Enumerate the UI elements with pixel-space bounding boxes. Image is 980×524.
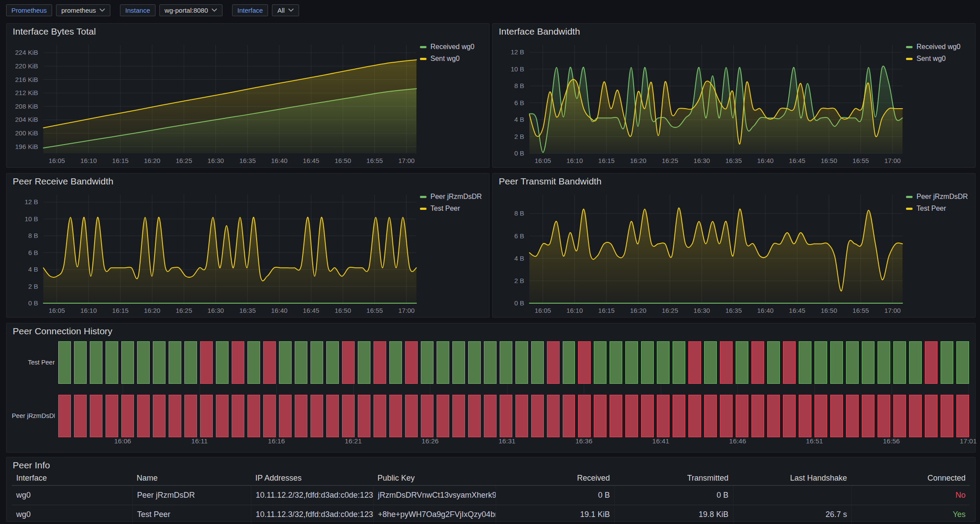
- column-header-interface[interactable]: Interface: [12, 471, 132, 485]
- state-cell-disconnected: [106, 395, 118, 437]
- legend-label: Peer jRzmDsDR: [430, 193, 482, 201]
- cell-last-handshake: 26.7 s: [733, 505, 852, 524]
- x-axis-label: 16:45: [303, 157, 320, 164]
- cell-public-key: +8he+pyWH7Oa9g2FVjIxQzy04brLX+D: [373, 505, 496, 524]
- state-cell-disconnected: [941, 395, 953, 437]
- timeline-plot: 16:0616:1116:1616:2116:2616:3116:3616:41…: [58, 323, 969, 452]
- legend-item-sent-wg0[interactable]: Sent wg0: [906, 55, 975, 63]
- state-cell-connected: [295, 341, 307, 384]
- variable-group-instance: Instancewg-portal:8080: [120, 4, 222, 16]
- chart-canvas[interactable]: 8 B6 B4 B2 B0 B16:0516:1016:1516:2016:25…: [493, 189, 906, 316]
- state-cell-connected: [625, 341, 638, 384]
- state-cell-disconnected: [437, 395, 449, 437]
- y-axis-label: 8 B: [28, 232, 38, 239]
- x-axis-label: 16:45: [789, 307, 806, 314]
- timeline-axis-label: 16:16: [268, 437, 285, 445]
- state-cell-connected: [310, 341, 323, 384]
- var-picker-instance[interactable]: wg-portal:8080: [159, 4, 222, 16]
- state-cell-disconnected: [515, 395, 528, 437]
- state-cell-connected: [657, 341, 670, 384]
- state-cell-connected: [563, 341, 575, 384]
- state-cell-disconnected: [263, 395, 276, 437]
- interface-bytes-total-chart[interactable]: 224 KiB220 KiB216 KiB212 KiB208 KiB204 K…: [7, 39, 420, 166]
- legend-item-peer-jrzmdsdr[interactable]: Peer jRzmDsDR: [906, 193, 975, 201]
- state-cell-connected: [830, 341, 843, 384]
- series-color-swatch: [906, 58, 913, 60]
- state-cell-disconnected: [74, 395, 87, 437]
- state-cell-disconnected: [326, 395, 339, 437]
- y-axis-label: 2 B: [514, 277, 524, 284]
- legend-item-test-peer[interactable]: Test Peer: [420, 205, 489, 212]
- panel-title-peer-info[interactable]: Peer Info: [7, 457, 975, 472]
- state-cell-connected: [799, 341, 811, 384]
- x-axis-label: 16:40: [757, 307, 774, 314]
- x-axis-label: 16:55: [853, 307, 869, 314]
- x-axis-label: 17:00: [884, 307, 901, 314]
- panel-title-interface-bytes-total[interactable]: Interface Bytes Total: [7, 24, 489, 39]
- panel-title-interface-bandwidth[interactable]: Interface Bandwidth: [493, 24, 975, 39]
- y-axis-label: 220 KiB: [15, 62, 38, 70]
- panel-title-peer-receive-bandwidth[interactable]: Peer Receive Bandwidth: [7, 173, 489, 188]
- cell-name: Test Peer: [132, 505, 251, 524]
- panel-peer-info: Peer Info InterfaceNameIP AddressesPubli…: [6, 457, 976, 522]
- state-timeline[interactable]: 16:0616:1116:1616:2116:2616:3116:3616:41…: [12, 323, 970, 452]
- x-axis-label: 16:35: [725, 307, 742, 314]
- x-axis-label: 16:30: [208, 307, 224, 314]
- var-value-text: All: [277, 7, 285, 14]
- variable-group-prometheus: Prometheusprometheus: [6, 4, 110, 16]
- legend-item-received-wg0[interactable]: Received wg0: [906, 43, 975, 51]
- state-cell-disconnected: [90, 395, 102, 437]
- peer-receive-bandwidth-chart[interactable]: 12 B10 B8 B6 B4 B2 B0 B16:0516:1016:1516…: [7, 189, 420, 316]
- cell-name: Peer jRzmDsDR: [132, 485, 251, 505]
- timeline-row-peer-jrzmdsdr: [58, 395, 969, 437]
- column-header-transmitted[interactable]: Transmitted: [614, 471, 733, 485]
- state-cell-connected: [956, 341, 969, 384]
- panel-title-peer-transmit-bandwidth[interactable]: Peer Transmit Bandwidth: [493, 173, 975, 188]
- interface-bandwidth-chart[interactable]: 12 B10 B8 B6 B4 B2 B0 B16:0516:1016:1516…: [493, 39, 906, 166]
- var-picker-interface[interactable]: All: [272, 4, 299, 16]
- state-cell-disconnected: [878, 395, 890, 437]
- state-cell-connected: [279, 341, 292, 384]
- column-header-public-key[interactable]: Public Key: [373, 471, 496, 485]
- table-row: wg0Peer jRzmDsDR10.11.12.2/32,fdfd:d3ad:…: [12, 485, 970, 505]
- chart-canvas[interactable]: 12 B10 B8 B6 B4 B2 B0 B16:0516:1016:1516…: [493, 39, 906, 166]
- timeline-axis-label: 16:51: [806, 437, 823, 445]
- var-picker-prometheus[interactable]: prometheus: [56, 4, 110, 16]
- legend-item-peer-jrzmdsdr[interactable]: Peer jRzmDsDR: [420, 193, 489, 201]
- column-header-received[interactable]: Received: [496, 471, 614, 485]
- y-axis-label: 224 KiB: [15, 49, 38, 56]
- legend-label: Received wg0: [430, 43, 475, 51]
- y-axis-label: 200 KiB: [15, 129, 38, 137]
- peer-transmit-bandwidth-chart[interactable]: 8 B6 B4 B2 B0 B16:0516:1016:1516:2016:25…: [493, 189, 906, 316]
- state-cell-disconnected: [405, 341, 418, 384]
- chart-canvas[interactable]: 12 B10 B8 B6 B4 B2 B0 B16:0516:1016:1516…: [7, 189, 420, 316]
- state-cell-disconnected: [846, 395, 859, 437]
- legend-item-sent-wg0[interactable]: Sent wg0: [420, 55, 489, 63]
- column-header-connected[interactable]: Connected: [851, 471, 970, 485]
- x-axis-label: 16:25: [176, 307, 192, 314]
- state-cell-disconnected: [342, 395, 355, 437]
- timeline-axis-label: 16:46: [729, 437, 746, 445]
- legend-item-test-peer[interactable]: Test Peer: [906, 205, 975, 212]
- chart-canvas[interactable]: 224 KiB220 KiB216 KiB212 KiB208 KiB204 K…: [7, 39, 420, 166]
- cell-connected: No: [851, 485, 970, 505]
- legend-item-received-wg0[interactable]: Received wg0: [420, 43, 489, 51]
- peer-info-table: InterfaceNameIP AddressesPublic KeyRecei…: [12, 471, 970, 520]
- state-cell-disconnected: [169, 395, 181, 437]
- y-axis-label: 204 KiB: [15, 116, 38, 123]
- state-cell-disconnected: [232, 341, 244, 384]
- x-axis-label: 16:50: [335, 157, 351, 164]
- column-header-name[interactable]: Name: [132, 471, 251, 485]
- cell-interface: wg0: [12, 485, 132, 505]
- y-axis-label: 0 B: [28, 299, 38, 307]
- x-axis-label: 16:15: [112, 307, 129, 314]
- series-area-test-peer: [43, 217, 416, 303]
- state-cell-disconnected: [58, 395, 71, 437]
- column-header-last-handshake[interactable]: Last Handshake: [733, 471, 852, 485]
- x-axis-label: 16:50: [335, 307, 351, 314]
- legend-label: Sent wg0: [917, 55, 946, 63]
- column-header-ip-addresses[interactable]: IP Addresses: [251, 471, 373, 485]
- series-color-swatch: [906, 196, 913, 198]
- state-cell-connected: [90, 341, 102, 384]
- y-axis-label: 12 B: [511, 48, 524, 56]
